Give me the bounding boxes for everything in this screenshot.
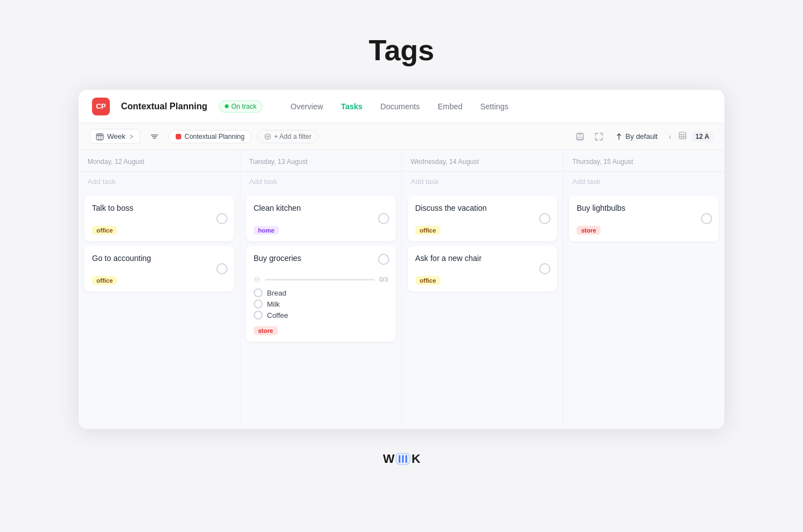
task-footer: office: [92, 226, 226, 235]
progress-label: 0/3: [379, 276, 388, 283]
task-discuss-vacation: Discuss the vacation office: [408, 196, 558, 241]
page-title: Tags: [369, 33, 434, 67]
task-complete-circle[interactable]: [378, 213, 389, 224]
save-icon-button[interactable]: [573, 129, 587, 144]
app-footer: W K: [383, 452, 420, 466]
logo-k: K: [412, 452, 420, 466]
subtask-check[interactable]: [254, 288, 263, 297]
task-footer: home: [254, 226, 388, 235]
subtask-label: Milk: [267, 300, 280, 308]
project-name: Contextual Planning: [121, 101, 207, 112]
nav-settings[interactable]: Settings: [472, 99, 516, 114]
subtask-milk: Milk: [254, 298, 388, 309]
subtask-check[interactable]: [254, 299, 263, 308]
filter-icon: [151, 133, 158, 141]
add-filter-button[interactable]: + Add a filter: [257, 130, 318, 143]
logo-bar-2: [402, 455, 404, 463]
tag-home[interactable]: home: [254, 226, 279, 235]
task-buy-groceries: Buy groceries 0/3 Brea: [246, 246, 396, 342]
tag-office[interactable]: office: [415, 276, 441, 285]
tag-store[interactable]: store: [254, 326, 278, 335]
project-chip-label: Contextual Planning: [185, 133, 244, 141]
wednesday-tasks: Discuss the vacation office Ask for a ne…: [402, 191, 563, 296]
task-title: Clean kitchen: [254, 204, 388, 212]
nav-documents[interactable]: Documents: [373, 99, 428, 114]
subtask-progress-row: 0/3: [254, 276, 388, 283]
weeeek-logo: W K: [383, 452, 420, 466]
task-clean-kitchen: Clean kitchen home: [246, 196, 396, 241]
wednesday-add-task[interactable]: Add task: [402, 172, 563, 191]
week-grid: Monday, 12 August Add task Talk to boss …: [79, 150, 724, 429]
thursday-add-task[interactable]: Add task: [563, 172, 724, 191]
status-label: On track: [231, 103, 257, 110]
logo-middle: [395, 453, 410, 465]
tag-office[interactable]: office: [92, 276, 117, 285]
task-footer: store: [254, 326, 388, 335]
project-filter-chip[interactable]: Contextual Planning: [168, 130, 251, 143]
subtask-label: Coffee: [267, 311, 288, 320]
day-wednesday-header: Wednesday, 14 August: [402, 150, 563, 172]
chevron-right-icon: [129, 134, 134, 139]
task-complete-circle[interactable]: [216, 263, 228, 274]
nav-links: Overview Tasks Documents Embed Settings: [283, 99, 516, 114]
tuesday-tasks: Clean kitchen home Buy groceries: [240, 191, 402, 346]
cal-grid-icon: [678, 131, 687, 140]
task-title: Buy lightbulbs: [577, 204, 711, 212]
day-tuesday-header: Tuesday, 13 August: [240, 150, 402, 172]
week-selector[interactable]: Week: [90, 129, 141, 144]
tag-store[interactable]: store: [577, 226, 601, 235]
task-footer: store: [577, 226, 711, 235]
status-badge: On track: [219, 100, 263, 113]
cal-icon-button[interactable]: [676, 129, 689, 144]
expand-icon-button[interactable]: [592, 129, 606, 144]
task-complete-circle[interactable]: [701, 213, 712, 224]
task-footer: office: [415, 226, 550, 235]
app-header: CP Contextual Planning On track Overview…: [79, 90, 724, 123]
logo-w: W: [383, 452, 394, 466]
subtask-label: Bread: [267, 289, 287, 297]
tuesday-add-task[interactable]: Add task: [240, 172, 402, 191]
task-title: Talk to boss: [92, 204, 226, 212]
day-monday-header: Monday, 12 August: [79, 150, 240, 172]
progress-bar: [265, 279, 375, 280]
task-go-to-accounting: Go to accounting office: [84, 246, 234, 292]
toolbar: Week Contextual Planning: [79, 123, 724, 150]
date-badge: 12 A: [691, 131, 713, 142]
tag-office[interactable]: office: [415, 226, 441, 235]
subtask-bread: Bread: [254, 287, 388, 298]
tag-office[interactable]: office: [92, 226, 117, 235]
sort-button[interactable]: By default: [611, 129, 662, 143]
logo-bar-3: [405, 455, 407, 463]
cal-prev-button[interactable]: ‹: [666, 130, 674, 143]
task-talk-to-boss: Talk to boss office: [84, 196, 234, 241]
day-tuesday: Tuesday, 13 August Add task Clean kitche…: [240, 150, 402, 429]
svg-rect-11: [578, 133, 582, 136]
task-complete-circle[interactable]: [539, 263, 550, 274]
task-title: Go to accounting: [92, 254, 226, 263]
logo-bar-1: [399, 455, 400, 463]
nav-embed[interactable]: Embed: [430, 99, 470, 114]
svg-rect-0: [96, 134, 103, 140]
day-monday: Monday, 12 August Add task Talk to boss …: [79, 150, 240, 429]
subtask-check[interactable]: [254, 311, 263, 320]
task-complete-circle[interactable]: [539, 213, 550, 224]
task-complete-circle[interactable]: [216, 213, 228, 224]
svg-rect-14: [679, 132, 686, 139]
nav-tasks[interactable]: Tasks: [333, 99, 370, 114]
calendar-nav: ‹ 12 A: [666, 129, 713, 144]
app-container: CP Contextual Planning On track Overview…: [78, 89, 725, 429]
save-icon: [575, 132, 584, 141]
task-complete-circle[interactable]: [378, 254, 389, 265]
filter-button[interactable]: [146, 130, 163, 143]
toolbar-right: By default ‹ 12 A: [573, 129, 713, 144]
week-label: Week: [107, 132, 125, 141]
day-thursday: Thursday, 15 August Add task Buy lightbu…: [563, 150, 724, 429]
monday-add-task[interactable]: Add task: [79, 172, 240, 191]
expand-icon: [594, 132, 603, 141]
monday-tasks: Talk to boss office Go to accounting off…: [79, 191, 240, 296]
project-chip-dot: [176, 134, 181, 139]
task-ask-new-chair: Ask for a new chair office: [408, 246, 558, 292]
nav-overview[interactable]: Overview: [283, 99, 331, 114]
day-wednesday: Wednesday, 14 August Add task Discuss th…: [402, 150, 563, 429]
calendar-grid-icon: [96, 133, 104, 141]
